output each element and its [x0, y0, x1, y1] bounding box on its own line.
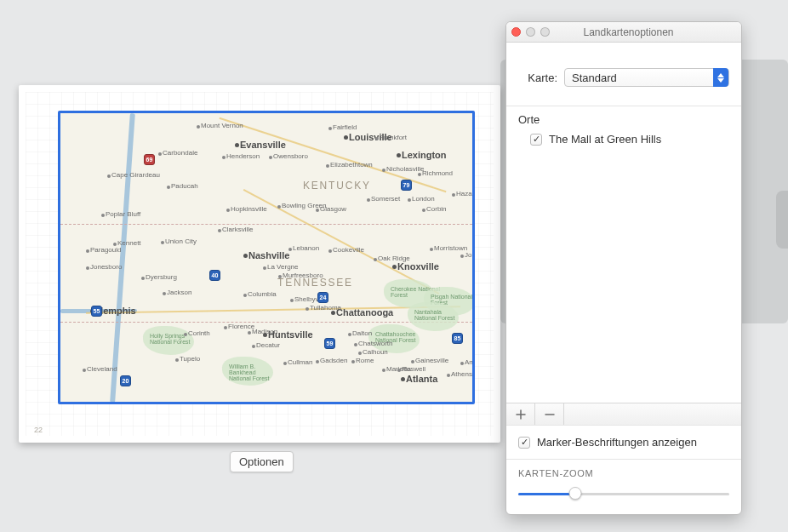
map-city-label: Evansville: [240, 140, 286, 150]
plus-icon: [516, 409, 526, 420]
map-type-row: Karte: Standard: [506, 43, 741, 106]
map-city-label: Hopkinsville: [231, 205, 267, 213]
marker-labels-checkbox[interactable]: [518, 437, 530, 449]
map-city-label: Union City: [165, 237, 197, 245]
map-city-label: Madison: [252, 328, 277, 335]
map-city-dot: [288, 248, 292, 251]
map-city-label: Cookeville: [333, 246, 364, 254]
map-city-label: Roswell: [402, 365, 425, 373]
page-number: 22: [34, 426, 43, 434]
zoom-block: KARTEN-ZOOM: [506, 459, 741, 514]
place-item[interactable]: The Mall at Green Hills: [506, 128, 741, 151]
map-city-label: Oak Ridge: [378, 255, 410, 262]
place-checkbox[interactable]: [530, 134, 542, 146]
map-city-dot: [107, 174, 111, 178]
interstate-shield-icon: 85: [452, 333, 463, 344]
map-city-dot: [243, 254, 248, 258]
interstate-shield-icon: 40: [209, 270, 220, 281]
map-city-dot: [167, 186, 170, 189]
map-city-dot: [278, 275, 282, 278]
map-city-label: Athens: [451, 370, 472, 378]
zoom-slider-thumb[interactable]: [568, 487, 581, 500]
map-city-dot: [392, 265, 397, 269]
zoom-slider-fill: [518, 493, 575, 495]
map-city-label: Cleveland: [87, 365, 117, 373]
minus-icon: [545, 409, 555, 420]
map-city-dot: [197, 125, 200, 129]
map-city-dot: [175, 358, 179, 362]
map-city-label: Corbin: [426, 205, 447, 213]
map-city-label: Richmond: [422, 169, 453, 177]
map-city-label: Hazard: [456, 190, 475, 197]
map-city-label: Johnson City: [465, 251, 475, 259]
add-place-button[interactable]: [506, 403, 535, 425]
zoom-slider[interactable]: [518, 487, 729, 501]
map-city-dot: [401, 377, 405, 381]
map-city-label: Paducah: [171, 182, 198, 190]
place-label: The Mall at Green Hills: [549, 133, 661, 146]
panel-title: Landkartenoptionen: [521, 26, 736, 38]
map-city-dot: [397, 153, 401, 157]
map-city-dot: [305, 307, 309, 311]
map-city-label: Lebanon: [293, 244, 319, 252]
map-selection-frame[interactable]: KENTUCKY TENNESSEE Cherokee National For…: [58, 111, 475, 404]
map-city-dot: [263, 266, 266, 270]
map-city-dot: [316, 209, 319, 212]
map-city-dot: [248, 331, 251, 335]
map-city-dot: [328, 249, 332, 253]
map-city-label: Elizabethtown: [330, 161, 373, 169]
map-city-label: Poplar Bluff: [106, 210, 140, 218]
map-city-dot: [374, 258, 377, 261]
map-city-dot: [460, 362, 464, 365]
interstate-shield-icon: 55: [91, 306, 102, 317]
map-city-dot: [252, 345, 255, 348]
map-city-dot: [326, 164, 329, 168]
map-city-label: Jackson: [167, 289, 191, 296]
places-empty-space: [506, 151, 741, 403]
map-type-value: Standard: [565, 72, 713, 84]
map-city-label: Henderson: [226, 152, 260, 160]
map-city-label: Owensboro: [273, 152, 308, 160]
map-canvas[interactable]: KENTUCKY TENNESSEE Cherokee National For…: [60, 113, 472, 402]
places-list: The Mall at Green Hills: [506, 128, 741, 151]
map-city-dot: [430, 248, 433, 251]
interstate-shield-icon: 20: [120, 375, 131, 386]
interstate-shield-icon: 59: [324, 338, 335, 349]
map-city-dot: [277, 205, 281, 209]
map-city-label: Clarksville: [222, 226, 253, 233]
remove-place-button[interactable]: [535, 403, 564, 425]
map-city-dot: [397, 369, 401, 372]
map-city-dot: [158, 152, 162, 156]
zoom-label: KARTEN-ZOOM: [518, 468, 729, 478]
map-city-dot: [86, 266, 89, 270]
book-page: KENTUCKY TENNESSEE Cherokee National For…: [19, 85, 500, 443]
map-city-label: Nashville: [248, 250, 289, 260]
svg-marker-0: [717, 73, 724, 77]
map-city-dot: [460, 255, 464, 258]
map-city-label: Gadsden: [320, 357, 347, 364]
panel-titlebar[interactable]: Landkartenoptionen: [506, 22, 741, 43]
map-city-label: Knoxville: [397, 261, 439, 272]
map-city-dot: [452, 193, 455, 197]
places-header: Orte: [506, 106, 741, 128]
map-city-label: Nicholasville: [386, 165, 424, 173]
map-city-dot: [83, 369, 86, 372]
map-city-label: London: [412, 195, 435, 203]
map-city-label: Chatsworth: [358, 340, 392, 347]
map-city-dot: [113, 243, 117, 246]
map-city-label: Rome: [356, 357, 374, 364]
map-city-dot: [224, 326, 227, 329]
map-type-select[interactable]: Standard: [564, 68, 729, 87]
interstate-shield-icon: 79: [401, 180, 412, 191]
map-state-label: KENTUCKY: [303, 180, 371, 192]
map-city-label: Mount Vernon: [201, 122, 243, 129]
toolbar-spacer: [564, 403, 741, 425]
interstate-shield-icon: 69: [144, 154, 155, 165]
map-city-label: Kennett: [117, 239, 141, 247]
map-city-dot: [283, 362, 287, 365]
close-icon[interactable]: [511, 27, 521, 37]
map-city-dot: [354, 343, 357, 346]
map-river: [110, 113, 135, 403]
map-city-label: Carbondale: [163, 149, 197, 157]
options-button[interactable]: Optionen: [230, 451, 294, 472]
